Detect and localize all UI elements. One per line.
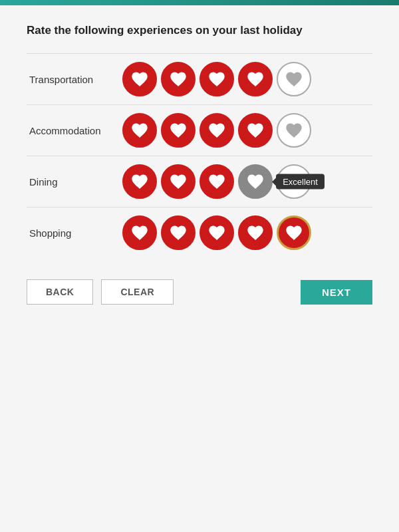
heart-btn-shopping-2[interactable]	[161, 215, 196, 250]
heart-btn-dining-4[interactable]	[238, 164, 273, 199]
hearts-shopping	[122, 215, 370, 250]
table-row: Accommodation	[27, 105, 372, 156]
main-content: Rate the following experiences on your l…	[0, 5, 399, 318]
clear-button[interactable]: CLEAR	[101, 279, 174, 305]
buttons-row: BACK CLEAR NEXT	[27, 279, 372, 305]
heart-btn-dining-2[interactable]	[161, 164, 196, 199]
heart-btn-transportation-3[interactable]	[200, 62, 234, 96]
label-dining: Dining	[27, 156, 120, 207]
back-button[interactable]: BACK	[27, 279, 93, 305]
hearts-accommodation	[122, 113, 370, 148]
table-row: Dining Excellent	[27, 156, 372, 207]
hearts-dining: Excellent	[122, 164, 370, 199]
heart-btn-shopping-1[interactable]	[122, 215, 157, 250]
label-shopping: Shopping	[27, 207, 120, 259]
heart-btn-shopping-5[interactable]	[277, 215, 311, 250]
heart-btn-accommodation-3[interactable]	[200, 113, 234, 148]
heart-btn-shopping-4[interactable]	[238, 215, 273, 250]
label-transportation: Transportation	[27, 54, 120, 105]
heart-btn-accommodation-2[interactable]	[161, 113, 196, 148]
top-bar	[0, 0, 399, 5]
question-title: Rate the following experiences on your l…	[27, 24, 372, 37]
label-accommodation: Accommodation	[27, 105, 120, 156]
table-row: Transportation	[27, 54, 372, 105]
heart-btn-transportation-2[interactable]	[161, 62, 196, 96]
table-row: Shopping	[27, 207, 372, 259]
heart-btn-accommodation-4[interactable]	[238, 113, 273, 148]
heart-btn-accommodation-5[interactable]	[277, 113, 311, 148]
heart-btn-accommodation-1[interactable]	[122, 113, 157, 148]
heart-btn-dining-3[interactable]	[200, 164, 234, 199]
hearts-transportation	[122, 62, 370, 96]
heart-btn-dining-1[interactable]	[122, 164, 157, 199]
heart-btn-transportation-5[interactable]	[277, 62, 311, 96]
tooltip-excellent: Excellent	[276, 174, 325, 190]
heart-btn-transportation-4[interactable]	[238, 62, 273, 96]
next-button[interactable]: NEXT	[301, 280, 372, 305]
tooltip-wrapper-dining-4: Excellent	[238, 164, 273, 199]
heart-btn-transportation-1[interactable]	[122, 62, 157, 96]
heart-btn-shopping-3[interactable]	[200, 215, 234, 250]
rating-table: Transportation Accommodation Dining	[27, 53, 372, 258]
